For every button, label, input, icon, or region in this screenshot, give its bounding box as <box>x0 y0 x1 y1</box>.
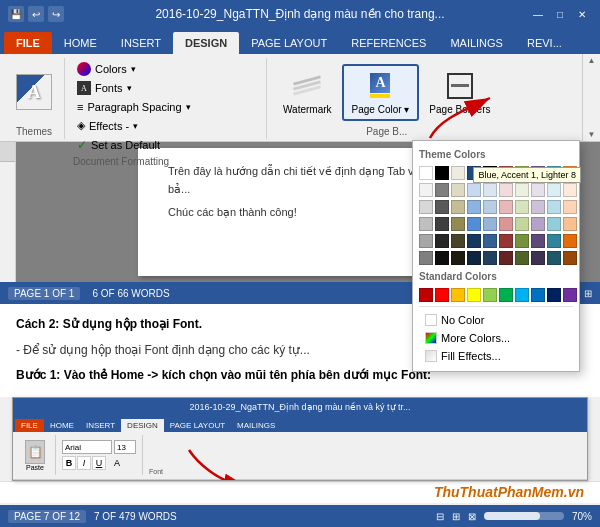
color-swatch[interactable] <box>515 217 529 231</box>
nested-paste-button[interactable]: 📋 Paste <box>21 438 49 473</box>
color-swatch[interactable] <box>499 200 513 214</box>
maximize-button[interactable]: □ <box>550 6 570 22</box>
color-swatch[interactable] <box>515 234 529 248</box>
color-swatch[interactable] <box>451 166 465 180</box>
color-swatch[interactable] <box>419 183 433 197</box>
color-swatch[interactable] <box>483 234 497 248</box>
no-color-item[interactable]: No Color <box>419 311 573 329</box>
color-swatch[interactable] <box>483 217 497 231</box>
color-swatch[interactable] <box>547 183 561 197</box>
nested-italic-button[interactable]: I <box>77 456 91 470</box>
color-swatch[interactable] <box>563 183 577 197</box>
color-swatch[interactable] <box>515 288 529 302</box>
color-swatch[interactable] <box>515 183 529 197</box>
color-swatch[interactable] <box>499 234 513 248</box>
color-swatch[interactable] <box>547 217 561 231</box>
zoom-icon-3[interactable]: ⊠ <box>468 511 476 522</box>
fill-effects-item[interactable]: Fill Effects... <box>419 347 573 365</box>
nested-tab-file[interactable]: FILE <box>15 419 44 432</box>
ribbon-scroll[interactable]: ▲ ▼ <box>582 54 600 141</box>
color-swatch[interactable] <box>435 200 449 214</box>
color-swatch[interactable] <box>419 234 433 248</box>
nested-tab-insert[interactable]: INSERT <box>80 419 121 432</box>
tab-review[interactable]: REVI... <box>515 32 574 54</box>
tab-insert[interactable]: INSERT <box>109 32 173 54</box>
color-swatch[interactable] <box>435 234 449 248</box>
nested-tab-mailings[interactable]: MAILINGS <box>231 419 281 432</box>
zoom-icon-1[interactable]: ⊟ <box>436 511 444 522</box>
color-swatch[interactable] <box>419 200 433 214</box>
color-swatch[interactable] <box>435 166 449 180</box>
color-swatch[interactable] <box>547 251 561 265</box>
color-swatch[interactable] <box>531 251 545 265</box>
undo-icon[interactable]: ↩ <box>28 6 44 22</box>
color-swatch[interactable] <box>547 234 561 248</box>
color-swatch[interactable] <box>499 183 513 197</box>
color-swatch[interactable] <box>435 251 449 265</box>
colors-button[interactable]: Colors ▾ <box>73 60 140 78</box>
color-swatch[interactable] <box>499 251 513 265</box>
nested-tab-home[interactable]: HOME <box>44 419 80 432</box>
fonts-button[interactable]: A Fonts ▾ <box>73 79 140 97</box>
tab-page-layout[interactable]: PAGE LAYOUT <box>239 32 339 54</box>
watermark-button[interactable]: Watermark <box>275 66 340 119</box>
color-swatch[interactable] <box>451 234 465 248</box>
color-swatch[interactable] <box>467 183 481 197</box>
color-swatch[interactable] <box>467 217 481 231</box>
tab-design[interactable]: DESIGN <box>173 32 239 54</box>
color-swatch[interactable] <box>467 288 481 302</box>
color-swatch[interactable] <box>419 251 433 265</box>
tab-file[interactable]: FILE <box>4 32 52 54</box>
color-swatch[interactable] <box>435 183 449 197</box>
color-swatch[interactable] <box>451 217 465 231</box>
close-button[interactable]: ✕ <box>572 6 592 22</box>
color-swatch[interactable] <box>451 288 465 302</box>
color-swatch[interactable] <box>515 251 529 265</box>
nested-font-size[interactable] <box>114 440 136 454</box>
color-swatch[interactable] <box>531 217 545 231</box>
color-swatch[interactable] <box>531 183 545 197</box>
color-swatch[interactable] <box>483 251 497 265</box>
themes-button[interactable]: A <box>10 70 58 114</box>
color-swatch[interactable] <box>467 251 481 265</box>
more-colors-item[interactable]: More Colors... <box>419 329 573 347</box>
color-swatch[interactable] <box>563 288 577 302</box>
nested-font-name[interactable] <box>62 440 112 454</box>
zoom-icon-2[interactable]: ⊞ <box>452 511 460 522</box>
color-swatch[interactable] <box>483 200 497 214</box>
color-swatch[interactable] <box>467 200 481 214</box>
color-swatch[interactable] <box>515 200 529 214</box>
color-swatch[interactable] <box>499 288 513 302</box>
color-swatch[interactable] <box>531 200 545 214</box>
color-swatch[interactable] <box>563 251 577 265</box>
color-swatch[interactable] <box>435 288 449 302</box>
color-swatch[interactable] <box>563 234 577 248</box>
redo-icon[interactable]: ↪ <box>48 6 64 22</box>
paragraph-spacing-button[interactable]: ≡ Paragraph Spacing ▾ <box>73 99 260 115</box>
minimize-button[interactable]: — <box>528 6 548 22</box>
color-swatch[interactable] <box>419 217 433 231</box>
color-swatch[interactable] <box>451 200 465 214</box>
color-swatch[interactable] <box>419 288 433 302</box>
color-swatch[interactable] <box>419 166 433 180</box>
page-borders-button[interactable]: Page Borders <box>421 66 498 119</box>
color-swatch[interactable] <box>483 183 497 197</box>
effects-button[interactable]: ◈ Effects - ▾ <box>73 117 260 134</box>
color-swatch[interactable] <box>563 217 577 231</box>
color-swatch[interactable] <box>483 288 497 302</box>
color-swatch[interactable] <box>547 288 561 302</box>
color-swatch[interactable] <box>451 251 465 265</box>
color-swatch[interactable] <box>499 217 513 231</box>
color-swatch[interactable] <box>531 234 545 248</box>
tab-home[interactable]: HOME <box>52 32 109 54</box>
color-swatch[interactable] <box>467 234 481 248</box>
tab-references[interactable]: REFERENCES <box>339 32 438 54</box>
nested-tab-design[interactable]: DESIGN <box>121 419 164 432</box>
set-as-default-button[interactable]: ✓ Set as Default <box>73 136 260 154</box>
color-swatch[interactable] <box>451 183 465 197</box>
color-swatch[interactable] <box>531 288 545 302</box>
color-swatch[interactable] <box>435 217 449 231</box>
page-color-button[interactable]: A Page Color ▾ <box>342 64 420 121</box>
color-swatch[interactable] <box>563 200 577 214</box>
nested-bold-button[interactable]: B <box>62 456 76 470</box>
